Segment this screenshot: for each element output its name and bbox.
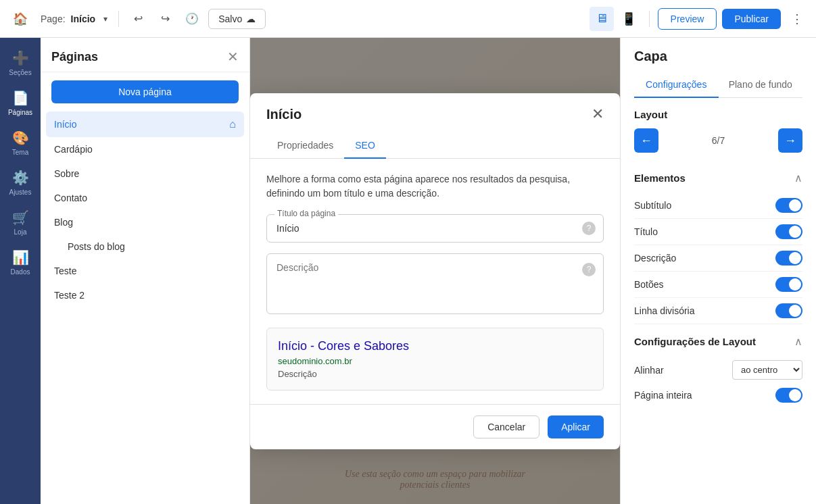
page-item-teste-label: Teste — [54, 266, 76, 276]
tab-seo[interactable]: SEO — [344, 133, 386, 159]
loja-icon: 🛒 — [12, 209, 29, 226]
preview-button[interactable]: Preview — [658, 8, 717, 30]
seo-preview-description: Descrição — [278, 369, 592, 379]
elements-title: Elementos — [634, 172, 686, 184]
toolbar-separator-1 — [118, 11, 119, 27]
element-descricao: Descrição — [634, 245, 802, 272]
publish-button[interactable]: Publicar — [722, 9, 781, 29]
mobile-device-button[interactable]: 📱 — [617, 7, 641, 31]
page-list: Início ⌂ Cardápio Sobre Contato Blog Pos… — [41, 111, 249, 307]
seo-preview-url: seudominio.com.br — [278, 356, 592, 366]
page-title-field: Título da página ? — [266, 214, 604, 243]
element-subtitulo-toggle[interactable] — [775, 198, 802, 213]
title-help-icon[interactable]: ? — [582, 222, 596, 235]
element-linha-divisoria-toggle[interactable] — [775, 303, 802, 318]
tab-propriedades[interactable]: Propriedades — [266, 133, 344, 159]
page-item-teste2-label: Teste 2 — [54, 290, 85, 301]
seo-modal: Início ✕ Propriedades SEO Melhore a form… — [250, 93, 620, 449]
config-pagina-inteira-label: Página inteira — [634, 390, 692, 401]
tab-configuracoes[interactable]: Configurações — [634, 72, 719, 98]
element-botoes-toggle[interactable] — [775, 277, 802, 292]
page-dropdown-icon[interactable]: ▾ — [101, 11, 110, 26]
element-descricao-label: Descrição — [634, 253, 676, 263]
config-layout-collapse-button[interactable]: ∧ — [794, 335, 802, 348]
cancel-button[interactable]: Cancelar — [473, 415, 539, 438]
page-item-sobre-label: Sobre — [54, 168, 79, 179]
page-item-cardapio-label: Cardápio — [54, 144, 93, 155]
config-alinhar-select[interactable]: à esquerda ao centro à direita — [732, 360, 802, 380]
more-options-button[interactable]: ⋮ — [786, 8, 808, 30]
modal-footer: Cancelar Aplicar — [250, 404, 620, 449]
layout-next-button[interactable]: → — [778, 128, 802, 153]
config-layout-title: Configurações de Layout — [634, 336, 756, 347]
config-layout-section: Configurações de Layout ∧ Alinhar à esqu… — [621, 335, 816, 418]
right-panel: Capa Configurações Plano de fundo Layout… — [620, 38, 816, 504]
elements-header: Elementos ∧ — [634, 172, 802, 184]
dados-icon: 📊 — [12, 249, 29, 266]
element-linha-divisoria-label: Linha divisória — [634, 305, 695, 316]
undo-button[interactable]: ↩ — [127, 8, 149, 30]
element-titulo-toggle[interactable] — [775, 224, 802, 239]
page-item-posts-blog[interactable]: Posts do blog — [46, 234, 244, 259]
save-label: Salvo — [218, 14, 242, 24]
config-alinhar-label: Alinhar — [634, 365, 664, 376]
main-area: ➕ Seções 📄 Páginas 🎨 Tema ⚙️ Ajustes 🛒 L… — [0, 38, 816, 504]
page-item-sobre[interactable]: Sobre — [46, 161, 244, 186]
home-button[interactable]: 🏠 — [8, 7, 32, 31]
layout-page-indicator: 6/7 — [664, 135, 773, 146]
right-panel-header: Capa Configurações Plano de fundo — [621, 38, 816, 98]
description-help-icon[interactable]: ? — [582, 263, 596, 276]
page-item-inicio-label: Início — [54, 119, 76, 130]
config-pagina-inteira-row: Página inteira — [634, 384, 802, 407]
elements-collapse-button[interactable]: ∧ — [794, 172, 802, 184]
desktop-device-button[interactable]: 🖥 — [590, 7, 614, 31]
new-page-button[interactable]: Nova página — [51, 80, 239, 103]
page-title-input[interactable] — [266, 214, 604, 243]
description-field: ? — [266, 253, 604, 317]
config-pagina-inteira-toggle[interactable] — [775, 388, 802, 403]
icon-sidebar: ➕ Seções 📄 Páginas 🎨 Tema ⚙️ Ajustes 🛒 L… — [0, 38, 41, 504]
pages-sidebar-close-button[interactable]: ✕ — [227, 49, 239, 65]
page-item-teste[interactable]: Teste — [46, 259, 244, 283]
sidebar-item-ajustes[interactable]: ⚙️ Ajustes — [0, 163, 41, 203]
modal-title: Início — [266, 107, 302, 122]
sidebar-item-tema[interactable]: 🎨 Tema — [0, 123, 41, 163]
layout-prev-button[interactable]: ← — [634, 128, 658, 153]
element-descricao-toggle[interactable] — [775, 251, 802, 266]
history-button[interactable]: 🕐 — [181, 8, 203, 30]
seo-preview-title: Início - Cores e Sabores — [278, 339, 592, 353]
config-alinhar-row: Alinhar à esquerda ao centro à direita — [634, 356, 802, 384]
redo-button[interactable]: ↪ — [154, 8, 176, 30]
sidebar-item-dados[interactable]: 📊 Dados — [0, 243, 41, 282]
page-item-contato[interactable]: Contato — [46, 186, 244, 210]
pages-sidebar: Páginas ✕ Nova página Início ⌂ Cardápio … — [41, 38, 250, 504]
modal-overlay: Início ✕ Propriedades SEO Melhore a form… — [250, 38, 620, 504]
page-item-inicio[interactable]: Início ⌂ — [46, 111, 244, 137]
sidebar-item-paginas[interactable]: 📄 Páginas — [0, 83, 41, 123]
tab-plano-de-fundo[interactable]: Plano de fundo — [719, 72, 803, 98]
modal-header: Início ✕ — [250, 93, 620, 122]
modal-body: Melhore a forma como esta página aparece… — [250, 159, 620, 404]
modal-close-button[interactable]: ✕ — [592, 107, 604, 122]
layout-section: Layout ← 6/7 → — [621, 98, 816, 172]
element-subtitulo: Subtítulo — [634, 193, 802, 219]
page-item-cardapio[interactable]: Cardápio — [46, 137, 244, 161]
toolbar: 🏠 Page: Início ▾ ↩ ↪ 🕐 Salvo ☁ 🖥 📱 Previ… — [0, 0, 816, 38]
modal-tabs: Propriedades SEO — [250, 133, 620, 159]
paginas-icon: 📄 — [12, 90, 29, 106]
config-layout-header: Configurações de Layout ∧ — [634, 335, 802, 348]
element-subtitulo-label: Subtítulo — [634, 200, 671, 211]
home-page-icon: ⌂ — [229, 118, 236, 130]
device-buttons: 🖥 📱 — [590, 7, 641, 31]
layout-row: ← 6/7 → — [634, 128, 802, 153]
apply-button[interactable]: Aplicar — [548, 415, 604, 438]
elements-section: Elementos ∧ Subtítulo Título Descrição B… — [621, 172, 816, 335]
sidebar-item-loja[interactable]: 🛒 Loja — [0, 203, 41, 243]
description-input[interactable] — [266, 253, 604, 314]
seo-preview-box: Início - Cores e Sabores seudominio.com.… — [266, 328, 604, 390]
page-item-blog[interactable]: Blog — [46, 210, 244, 234]
save-button[interactable]: Salvo ☁ — [208, 9, 266, 29]
page-item-teste2[interactable]: Teste 2 — [46, 283, 244, 307]
sidebar-item-secoes[interactable]: ➕ Seções — [0, 43, 41, 83]
element-linha-divisoria: Linha divisória — [634, 298, 802, 324]
